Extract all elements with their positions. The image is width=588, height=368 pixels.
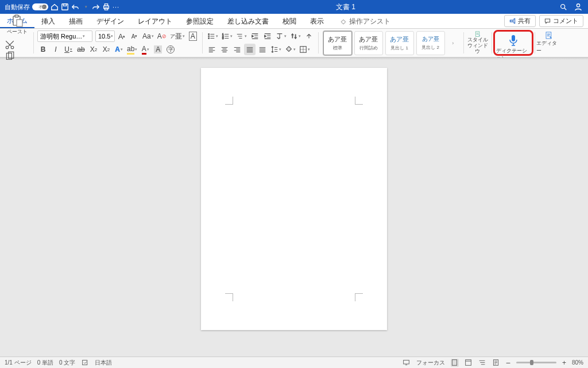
enclose-char-button[interactable]: 字 [165, 44, 176, 55]
align-distributed-button[interactable] [257, 44, 268, 55]
save-icon[interactable] [61, 3, 69, 11]
tell-me[interactable]: 操作アシスト [333, 14, 397, 28]
zoom-in-button[interactable]: + [562, 359, 566, 367]
editor-button[interactable]: エディター [536, 30, 562, 56]
tabbar: ホーム 挿入 描画 デザイン レイアウト 参照設定 差し込み文書 校閲 表示 操… [0, 14, 588, 29]
page-count[interactable]: 1/1 ページ [5, 359, 32, 367]
svg-rect-3 [105, 4, 107, 6]
titlebar: 自動保存 オフ ··· 文書 1 [0, 0, 588, 14]
align-right-button[interactable] [231, 44, 243, 55]
text-effects-button[interactable]: A [113, 44, 125, 55]
home-icon[interactable] [51, 3, 59, 11]
zoom-out-button[interactable]: − [506, 358, 510, 367]
group-paragraph: 123 [204, 30, 317, 56]
phonetic-guide-button[interactable]: ア亜 [169, 30, 186, 42]
change-case-button[interactable]: Aa [141, 30, 155, 42]
tab-mailmerge[interactable]: 差し込み文書 [220, 14, 276, 28]
search-icon[interactable] [559, 3, 567, 11]
svg-point-12 [11, 46, 14, 49]
zoom-level[interactable]: 80% [572, 359, 583, 366]
view-print-icon[interactable] [451, 359, 459, 367]
display-settings-icon[interactable] [403, 359, 411, 367]
svg-rect-4 [105, 8, 107, 10]
view-draft-icon[interactable] [492, 359, 500, 367]
show-marks-button[interactable] [303, 30, 315, 42]
sort-button[interactable] [289, 30, 302, 42]
page-1[interactable] [201, 68, 387, 330]
redo-icon[interactable] [92, 3, 100, 11]
char-count[interactable]: 0 文字 [59, 359, 75, 367]
cut-button[interactable] [5, 40, 15, 50]
view-outline-icon[interactable] [478, 359, 486, 367]
styles-pane-button[interactable]: スタイル ウィンドウ [465, 30, 490, 56]
svg-rect-22 [475, 32, 479, 36]
language[interactable]: 日本語 [95, 359, 112, 367]
svg-point-17 [208, 38, 209, 39]
tab-review[interactable]: 校閲 [276, 14, 303, 28]
bullets-button[interactable] [206, 30, 219, 42]
zoom-slider[interactable] [516, 362, 556, 363]
style-heading1[interactable]: あア亜 見出し 1 [385, 31, 414, 55]
word-count[interactable]: 0 単語 [37, 359, 53, 367]
underline-button[interactable]: U [63, 44, 74, 55]
tab-design[interactable]: デザイン [90, 14, 131, 28]
statusbar: 1/1 ページ 0 単語 0 文字 日本語 フォーカス − + 80% [0, 356, 588, 368]
line-spacing-button[interactable] [269, 44, 283, 55]
tab-drawing[interactable]: 描画 [62, 14, 90, 28]
align-left-button[interactable] [206, 44, 218, 55]
qat-more[interactable]: ··· [113, 3, 119, 10]
undo-dropdown[interactable] [82, 3, 90, 11]
document-canvas[interactable] [0, 60, 588, 356]
char-border-button[interactable]: A [187, 30, 199, 42]
decrease-font-button[interactable]: A▾ [129, 30, 140, 42]
subscript-button[interactable]: X2 [88, 44, 99, 55]
styles-more-button[interactable]: › [447, 37, 459, 49]
align-center-button[interactable] [219, 44, 230, 55]
svg-rect-1 [63, 4, 66, 6]
tab-references[interactable]: 参照設定 [179, 14, 220, 28]
superscript-button[interactable]: X2 [100, 44, 112, 55]
tab-insert[interactable]: 挿入 [34, 14, 62, 28]
style-normal[interactable]: あア亜 標準 [323, 31, 352, 55]
comments-button[interactable]: コメント [539, 15, 583, 27]
focus-mode[interactable]: フォーカス [416, 359, 445, 367]
borders-button[interactable] [298, 44, 311, 55]
share-button[interactable]: 共有 [504, 15, 536, 27]
autosave-toggle[interactable]: 自動保存 オフ [5, 3, 48, 12]
view-web-icon[interactable] [465, 359, 473, 367]
highlight-button[interactable]: ab [126, 44, 138, 55]
multilevel-button[interactable] [235, 30, 248, 42]
clear-format-button[interactable]: A⊘ [156, 30, 168, 42]
strike-button[interactable]: ab [75, 44, 87, 55]
font-size-select[interactable]: 10.5 [95, 30, 115, 42]
undo-icon[interactable] [71, 3, 79, 11]
increase-font-button[interactable]: A▴ [116, 30, 127, 42]
margin-corner-tl [225, 97, 233, 105]
style-heading2[interactable]: あア亜 見出し 2 [416, 31, 445, 55]
spellcheck-icon[interactable] [81, 359, 89, 367]
style-no-spacing[interactable]: あア亜 行間詰め [354, 31, 383, 55]
margin-corner-br [355, 293, 363, 301]
italic-button[interactable]: I [50, 44, 61, 55]
tab-view[interactable]: 表示 [303, 14, 331, 28]
account-icon[interactable] [574, 3, 582, 11]
svg-rect-9 [15, 15, 18, 17]
char-shading-button[interactable]: A [152, 44, 164, 55]
autosave-pill[interactable]: オフ [32, 3, 48, 10]
decrease-indent-button[interactable] [249, 30, 261, 42]
paste-button[interactable]: ペースト [5, 13, 30, 37]
tab-layout[interactable]: レイアウト [131, 14, 179, 28]
numbering-button[interactable]: 123 [220, 30, 234, 42]
shading-button[interactable] [284, 44, 297, 55]
align-justify-button[interactable] [244, 44, 256, 55]
margin-corner-tr [355, 97, 363, 105]
margin-corner-bl [225, 293, 233, 301]
text-direction-button[interactable] [274, 30, 288, 42]
font-color-button[interactable]: A [140, 44, 151, 55]
font-name-select[interactable]: 游明朝 Regu… [37, 30, 92, 42]
bold-button[interactable]: B [37, 44, 49, 55]
styles-gallery: あア亜 標準 あア亜 行間詰め あア亜 見出し 1 あア亜 見出し 2 › [320, 30, 462, 56]
svg-rect-23 [512, 35, 515, 41]
increase-indent-button[interactable] [262, 30, 273, 42]
print-icon[interactable] [102, 3, 110, 11]
